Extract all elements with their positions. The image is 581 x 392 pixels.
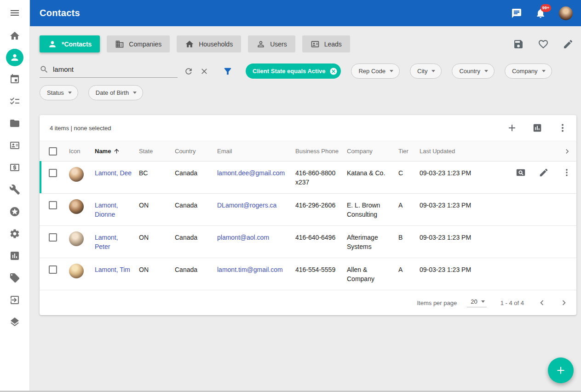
sidebar-item-tools[interactable] [6,180,24,199]
contact-name-link[interactable]: Lamont, Tim [95,258,139,281]
menu-button[interactable] [6,4,24,22]
tier-cell: A [398,194,420,216]
filter-chip-city[interactable]: City [410,63,442,79]
pagination-range: 1 - 4 of 4 [500,300,524,306]
table-row[interactable]: Lamont, Dionne ON Canada DLamont@rogers.… [40,194,576,226]
row-checkbox[interactable] [49,233,57,242]
edit-row-button[interactable] [539,167,549,178]
contact-name-link[interactable]: Lamont, Peter [95,226,139,258]
sidebar-item-tags[interactable] [6,269,24,287]
remove-filter-icon[interactable] [329,67,338,75]
tier-cell: B [398,226,420,248]
sidebar-item-settings[interactable] [6,225,24,243]
column-header-state[interactable]: State [139,148,175,155]
tab-users[interactable]: Users [248,35,295,52]
row-checkbox[interactable] [49,169,57,177]
funnel-icon [223,66,233,76]
column-header-tier[interactable]: Tier [398,148,420,155]
table-row[interactable]: Lamont, Dee BC Canada lamont.dee@gmail.c… [40,161,576,194]
list-more-button[interactable] [557,122,568,133]
table-row[interactable]: Lamont, Tim ON Canada lamont.tim@gmail.c… [40,258,576,290]
contact-avatar [69,199,84,214]
filter-chip-rep-code[interactable]: Rep Code [351,63,400,79]
add-column-button[interactable] [506,122,518,133]
active-filter-chip[interactable]: Client State equals Active [246,63,341,79]
sidebar-item-layers[interactable] [6,313,24,331]
tab-leads[interactable]: Leads [302,35,350,52]
tab-companies[interactable]: Companies [107,35,170,52]
add-contact-fab[interactable] [548,357,574,383]
column-header-company[interactable]: Company [347,148,398,155]
contact-name-link[interactable]: Lamont, Dionne [95,194,139,225]
column-header-updated[interactable]: Last Updated [420,148,489,155]
column-header-country[interactable]: Country [175,148,217,155]
sidebar-item-home[interactable] [6,27,24,45]
previous-page-button[interactable] [537,298,547,308]
contact-name-link[interactable]: Lamont, Dee [95,161,139,184]
chevron-down-icon [68,92,72,94]
save-view-button[interactable] [513,39,524,50]
filter-chip-company[interactable]: Company [505,63,552,79]
gear-icon [9,228,20,239]
email-link[interactable]: plamont@aol.com [217,226,295,248]
email-link[interactable]: DLamont@rogers.ca [217,194,295,216]
pagination-nav [537,298,569,308]
filter-chip-country[interactable]: Country [452,63,495,79]
filter-button[interactable] [223,66,233,76]
filter-bar: Client State equals Active Rep Code City… [40,63,574,79]
calendar-icon [9,74,20,85]
chevron-left-icon [537,298,547,308]
column-header-name[interactable]: Name [95,148,139,155]
state-cell: BC [139,161,175,184]
sidebar-item-sign-out[interactable] [6,291,24,309]
items-per-page-label: Items per page [417,300,457,306]
phone-cell: 416-640-6496 [295,226,347,248]
sidebar-item-documents[interactable] [6,114,24,133]
sidebar-item-tasks[interactable] [6,92,24,110]
refresh-button[interactable] [184,67,193,76]
table-row[interactable]: Lamont, Peter ON Canada plamont@aol.com … [40,226,576,258]
filter-chip-date-of-birth[interactable]: Date of Birth [88,85,143,100]
company-cell: Allen & Company [347,258,398,290]
sidebar-item-calendar[interactable] [6,70,24,88]
sidebar-item-billing[interactable] [6,158,24,177]
email-link[interactable]: lamont.dee@gmail.com [217,161,295,184]
tab-label: Companies [129,40,161,48]
filter-chip-status[interactable]: Status [40,85,78,100]
clear-search-button[interactable] [200,67,209,76]
row-checkbox[interactable] [49,201,57,209]
chevron-right-icon [563,147,572,156]
bar-chart-icon [532,123,542,133]
notifications-button[interactable]: 99+ [535,8,546,19]
column-header-icon[interactable]: Icon [69,148,95,155]
email-link[interactable]: lamont.tim@gmail.com [217,258,295,281]
sidebar-nav [0,0,29,391]
sidebar-item-leads[interactable] [6,136,24,155]
chat-button[interactable] [511,8,522,19]
select-all-checkbox[interactable] [49,147,57,156]
edit-view-button[interactable] [563,39,574,50]
sidebar-item-reports[interactable] [6,247,24,265]
page-size-select[interactable]: 20 [467,298,486,307]
sidebar-item-contacts[interactable] [6,49,23,66]
search-input[interactable] [53,65,178,73]
tab-contacts[interactable]: *Contacts [40,35,100,52]
entity-tabs: *Contacts Companies Households Users Lea… [40,35,574,52]
row-more-button[interactable] [562,167,572,178]
tab-households[interactable]: Households [177,35,241,52]
sidebar-item-favorites[interactable] [6,202,24,221]
preview-button[interactable] [516,167,526,178]
tab-label: Leads [324,40,342,48]
user-avatar[interactable] [559,6,573,20]
exit-icon [9,294,20,306]
next-page-button[interactable] [559,298,569,308]
chart-view-button[interactable] [532,123,542,133]
scroll-columns-right-button[interactable] [563,147,572,156]
chip-label: Date of Birth [96,89,129,96]
phone-cell: 416-296-2606 [295,194,347,216]
row-checkbox[interactable] [49,265,57,274]
column-header-phone[interactable]: Business Phone [295,148,347,155]
heart-outline-icon [538,39,549,50]
favorite-view-button[interactable] [538,39,549,50]
column-header-email[interactable]: Email [217,148,295,155]
